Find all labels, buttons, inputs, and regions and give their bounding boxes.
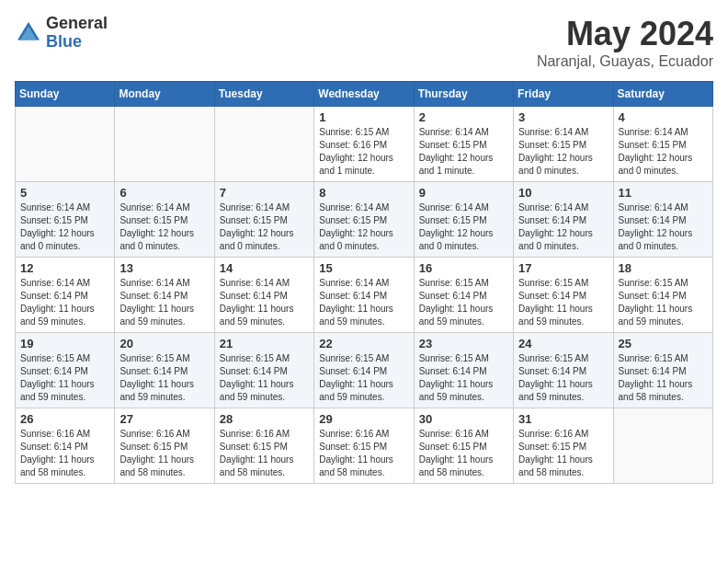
day-header-monday: Monday [115,82,214,107]
day-number: 22 [319,337,408,350]
day-info: Sunrise: 6:14 AM Sunset: 6:15 PM Dayligh… [20,201,109,253]
day-number: 2 [419,110,508,124]
empty-cell [16,107,115,182]
week-row-3: 12Sunrise: 6:14 AM Sunset: 6:14 PM Dayli… [16,258,713,333]
day-info: Sunrise: 6:14 AM Sunset: 6:15 PM Dayligh… [419,126,508,178]
week-row-2: 5Sunrise: 6:14 AM Sunset: 6:15 PM Daylig… [16,182,713,258]
day-cell-27: 27Sunrise: 6:16 AM Sunset: 6:15 PM Dayli… [115,408,214,484]
day-number: 28 [220,412,309,426]
day-cell-7: 7Sunrise: 6:14 AM Sunset: 6:15 PM Daylig… [214,182,313,258]
day-number: 6 [119,186,209,200]
day-info: Sunrise: 6:16 AM Sunset: 6:15 PM Dayligh… [220,428,309,479]
day-info: Sunrise: 6:16 AM Sunset: 6:15 PM Dayligh… [119,428,209,479]
day-number: 20 [119,337,209,350]
day-info: Sunrise: 6:15 AM Sunset: 6:14 PM Dayligh… [518,277,608,328]
day-info: Sunrise: 6:15 AM Sunset: 6:14 PM Dayligh… [319,352,408,404]
day-number: 7 [220,186,309,200]
day-number: 3 [518,110,608,124]
day-header-saturday: Saturday [613,82,712,107]
day-number: 15 [319,261,408,275]
day-number: 12 [20,261,109,275]
page-header: General Blue May 2024 Naranjal, Guayas, … [15,15,713,70]
logo: General Blue [15,15,108,52]
day-cell-17: 17Sunrise: 6:15 AM Sunset: 6:14 PM Dayli… [514,258,613,333]
day-info: Sunrise: 6:14 AM Sunset: 6:14 PM Dayligh… [518,201,608,253]
month-title: May 2024 [537,15,713,53]
day-info: Sunrise: 6:16 AM Sunset: 6:14 PM Dayligh… [20,428,109,479]
day-info: Sunrise: 6:14 AM Sunset: 6:15 PM Dayligh… [220,201,309,253]
day-number: 25 [619,337,708,350]
header-row: SundayMondayTuesdayWednesdayThursdayFrid… [16,82,713,107]
day-cell-28: 28Sunrise: 6:16 AM Sunset: 6:15 PM Dayli… [214,408,313,484]
day-info: Sunrise: 6:15 AM Sunset: 6:14 PM Dayligh… [518,352,608,404]
week-row-5: 26Sunrise: 6:16 AM Sunset: 6:14 PM Dayli… [16,408,713,484]
day-header-wednesday: Wednesday [314,82,414,107]
day-cell-8: 8Sunrise: 6:14 AM Sunset: 6:15 PM Daylig… [314,182,414,258]
day-cell-11: 11Sunrise: 6:14 AM Sunset: 6:14 PM Dayli… [613,182,712,258]
day-cell-4: 4Sunrise: 6:14 AM Sunset: 6:15 PM Daylig… [613,107,712,182]
day-header-tuesday: Tuesday [214,82,313,107]
day-number: 19 [20,337,109,350]
day-info: Sunrise: 6:14 AM Sunset: 6:15 PM Dayligh… [119,201,209,253]
day-number: 14 [220,261,309,275]
day-number: 31 [518,412,608,426]
day-cell-6: 6Sunrise: 6:14 AM Sunset: 6:15 PM Daylig… [115,182,214,258]
day-info: Sunrise: 6:14 AM Sunset: 6:14 PM Dayligh… [119,277,209,328]
day-cell-9: 9Sunrise: 6:14 AM Sunset: 6:15 PM Daylig… [414,182,513,258]
day-number: 27 [119,412,209,426]
logo-text: General Blue [46,15,108,52]
day-info: Sunrise: 6:14 AM Sunset: 6:14 PM Dayligh… [220,277,309,328]
day-info: Sunrise: 6:15 AM Sunset: 6:14 PM Dayligh… [119,352,209,404]
day-number: 8 [319,186,408,200]
day-cell-26: 26Sunrise: 6:16 AM Sunset: 6:14 PM Dayli… [16,408,115,484]
day-cell-15: 15Sunrise: 6:14 AM Sunset: 6:14 PM Dayli… [314,258,414,333]
day-cell-22: 22Sunrise: 6:15 AM Sunset: 6:14 PM Dayli… [314,333,414,408]
day-info: Sunrise: 6:15 AM Sunset: 6:14 PM Dayligh… [220,352,309,404]
day-cell-31: 31Sunrise: 6:16 AM Sunset: 6:15 PM Dayli… [514,408,613,484]
day-header-friday: Friday [514,82,613,107]
day-header-thursday: Thursday [414,82,513,107]
day-number: 4 [619,110,708,124]
empty-cell [115,107,214,182]
day-info: Sunrise: 6:14 AM Sunset: 6:15 PM Dayligh… [518,126,608,178]
day-cell-25: 25Sunrise: 6:15 AM Sunset: 6:14 PM Dayli… [613,333,712,408]
day-number: 5 [20,186,109,200]
day-cell-13: 13Sunrise: 6:14 AM Sunset: 6:14 PM Dayli… [115,258,214,333]
day-number: 18 [619,261,708,275]
empty-cell [214,107,313,182]
day-cell-3: 3Sunrise: 6:14 AM Sunset: 6:15 PM Daylig… [514,107,613,182]
day-number: 17 [518,261,608,275]
day-info: Sunrise: 6:14 AM Sunset: 6:14 PM Dayligh… [619,201,708,253]
day-info: Sunrise: 6:15 AM Sunset: 6:14 PM Dayligh… [619,277,708,328]
day-number: 10 [518,186,608,200]
title-block: May 2024 Naranjal, Guayas, Ecuador [537,15,713,70]
day-info: Sunrise: 6:15 AM Sunset: 6:14 PM Dayligh… [419,277,508,328]
day-info: Sunrise: 6:15 AM Sunset: 6:14 PM Dayligh… [20,352,109,404]
logo-blue-text: Blue [46,33,108,52]
day-info: Sunrise: 6:14 AM Sunset: 6:15 PM Dayligh… [319,201,408,253]
day-info: Sunrise: 6:15 AM Sunset: 6:14 PM Dayligh… [419,352,508,404]
day-cell-16: 16Sunrise: 6:15 AM Sunset: 6:14 PM Dayli… [414,258,513,333]
day-info: Sunrise: 6:14 AM Sunset: 6:15 PM Dayligh… [419,201,508,253]
calendar-table: SundayMondayTuesdayWednesdayThursdayFrid… [15,81,713,484]
day-number: 16 [419,261,508,275]
day-info: Sunrise: 6:15 AM Sunset: 6:14 PM Dayligh… [619,352,708,404]
day-number: 24 [518,337,608,350]
day-cell-24: 24Sunrise: 6:15 AM Sunset: 6:14 PM Dayli… [514,333,613,408]
week-row-1: 1Sunrise: 6:15 AM Sunset: 6:16 PM Daylig… [16,107,713,182]
day-info: Sunrise: 6:14 AM Sunset: 6:14 PM Dayligh… [20,277,109,328]
day-number: 11 [619,186,708,200]
day-number: 1 [319,110,408,124]
day-info: Sunrise: 6:16 AM Sunset: 6:15 PM Dayligh… [319,428,408,479]
day-cell-5: 5Sunrise: 6:14 AM Sunset: 6:15 PM Daylig… [16,182,115,258]
day-cell-29: 29Sunrise: 6:16 AM Sunset: 6:15 PM Dayli… [314,408,414,484]
empty-cell [613,408,712,484]
day-info: Sunrise: 6:14 AM Sunset: 6:15 PM Dayligh… [619,126,708,178]
day-cell-1: 1Sunrise: 6:15 AM Sunset: 6:16 PM Daylig… [314,107,414,182]
day-cell-30: 30Sunrise: 6:16 AM Sunset: 6:15 PM Dayli… [414,408,513,484]
day-header-sunday: Sunday [16,82,115,107]
day-number: 29 [319,412,408,426]
week-row-4: 19Sunrise: 6:15 AM Sunset: 6:14 PM Dayli… [16,333,713,408]
day-cell-12: 12Sunrise: 6:14 AM Sunset: 6:14 PM Dayli… [16,258,115,333]
day-cell-10: 10Sunrise: 6:14 AM Sunset: 6:14 PM Dayli… [514,182,613,258]
